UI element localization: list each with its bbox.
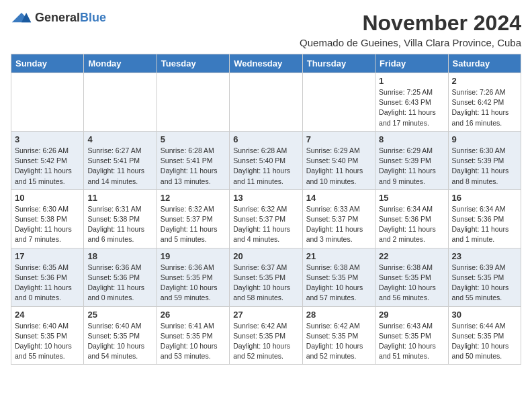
day-info: Sunrise: 6:26 AM Sunset: 5:42 PM Dayligh… <box>15 146 80 187</box>
day-info: Sunrise: 6:37 AM Sunset: 5:35 PM Dayligh… <box>233 263 298 304</box>
day-number: 18 <box>87 251 152 261</box>
day-number: 25 <box>87 310 152 320</box>
day-number: 27 <box>233 310 298 320</box>
calendar-cell: 25Sunrise: 6:40 AM Sunset: 5:35 PM Dayli… <box>84 306 157 365</box>
calendar-cell: 21Sunrise: 6:38 AM Sunset: 5:35 PM Dayli… <box>302 248 375 306</box>
day-info: Sunrise: 6:31 AM Sunset: 5:38 PM Dayligh… <box>87 204 152 245</box>
day-info: Sunrise: 6:32 AM Sunset: 5:37 PM Dayligh… <box>233 204 298 245</box>
day-info: Sunrise: 6:34 AM Sunset: 5:36 PM Dayligh… <box>379 204 444 245</box>
calendar-week-row: 3Sunrise: 6:26 AM Sunset: 5:42 PM Daylig… <box>11 131 521 189</box>
day-number: 13 <box>233 193 298 203</box>
column-header-tuesday: Tuesday <box>157 54 229 73</box>
day-number: 3 <box>15 134 80 144</box>
day-number: 1 <box>379 76 444 86</box>
column-header-monday: Monday <box>84 54 157 73</box>
day-info: Sunrise: 7:25 AM Sunset: 6:43 PM Dayligh… <box>379 87 444 128</box>
calendar-cell <box>157 73 229 132</box>
calendar-cell: 19Sunrise: 6:36 AM Sunset: 5:35 PM Dayli… <box>157 248 229 306</box>
calendar-cell: 28Sunrise: 6:42 AM Sunset: 5:35 PM Dayli… <box>302 306 375 365</box>
calendar-cell: 1Sunrise: 7:25 AM Sunset: 6:43 PM Daylig… <box>375 73 448 132</box>
column-header-thursday: Thursday <box>302 54 375 73</box>
day-number: 2 <box>452 76 517 86</box>
calendar-cell: 30Sunrise: 6:44 AM Sunset: 5:35 PM Dayli… <box>448 306 521 365</box>
day-info: Sunrise: 6:28 AM Sunset: 5:40 PM Dayligh… <box>233 146 298 187</box>
calendar-cell: 11Sunrise: 6:31 AM Sunset: 5:38 PM Dayli… <box>84 189 157 248</box>
title-block: November 2024 Quemado de Gueines, Villa … <box>300 11 521 48</box>
calendar-cell: 17Sunrise: 6:35 AM Sunset: 5:36 PM Dayli… <box>11 248 84 306</box>
day-number: 22 <box>379 251 444 261</box>
calendar-cell <box>302 73 375 132</box>
day-number: 14 <box>306 193 371 203</box>
day-info: Sunrise: 6:40 AM Sunset: 5:35 PM Dayligh… <box>87 321 152 362</box>
calendar-cell <box>84 73 157 132</box>
day-info: Sunrise: 6:35 AM Sunset: 5:36 PM Dayligh… <box>15 263 80 304</box>
day-info: Sunrise: 6:29 AM Sunset: 5:40 PM Dayligh… <box>306 146 371 187</box>
calendar-cell: 5Sunrise: 6:28 AM Sunset: 5:41 PM Daylig… <box>157 131 229 189</box>
day-info: Sunrise: 6:39 AM Sunset: 5:35 PM Dayligh… <box>452 263 517 304</box>
calendar-cell: 14Sunrise: 6:33 AM Sunset: 5:37 PM Dayli… <box>302 189 375 248</box>
day-number: 26 <box>161 310 226 320</box>
day-info: Sunrise: 6:40 AM Sunset: 5:35 PM Dayligh… <box>15 321 80 362</box>
calendar-week-row: 17Sunrise: 6:35 AM Sunset: 5:36 PM Dayli… <box>11 248 521 306</box>
calendar-cell: 8Sunrise: 6:29 AM Sunset: 5:39 PM Daylig… <box>375 131 448 189</box>
calendar-cell <box>230 73 302 132</box>
day-info: Sunrise: 6:33 AM Sunset: 5:37 PM Dayligh… <box>306 204 371 245</box>
day-info: Sunrise: 6:29 AM Sunset: 5:39 PM Dayligh… <box>379 146 444 187</box>
day-info: Sunrise: 6:36 AM Sunset: 5:35 PM Dayligh… <box>161 263 226 304</box>
calendar-cell: 26Sunrise: 6:41 AM Sunset: 5:35 PM Dayli… <box>157 306 229 365</box>
logo-blue: Blue <box>80 11 106 24</box>
calendar-cell: 24Sunrise: 6:40 AM Sunset: 5:35 PM Dayli… <box>11 306 84 365</box>
calendar-cell: 2Sunrise: 7:26 AM Sunset: 6:42 PM Daylig… <box>448 73 521 132</box>
day-number: 20 <box>233 251 298 261</box>
calendar-table: SundayMondayTuesdayWednesdayThursdayFrid… <box>11 54 521 365</box>
calendar-cell: 12Sunrise: 6:32 AM Sunset: 5:37 PM Dayli… <box>157 189 229 248</box>
day-number: 4 <box>87 134 152 144</box>
day-info: Sunrise: 6:36 AM Sunset: 5:36 PM Dayligh… <box>87 263 152 304</box>
day-number: 16 <box>452 193 517 203</box>
day-number: 29 <box>379 310 444 320</box>
day-number: 23 <box>452 251 517 261</box>
calendar-week-row: 10Sunrise: 6:30 AM Sunset: 5:38 PM Dayli… <box>11 189 521 248</box>
day-info: Sunrise: 6:41 AM Sunset: 5:35 PM Dayligh… <box>161 321 226 362</box>
day-number: 6 <box>233 134 298 144</box>
day-number: 5 <box>161 134 226 144</box>
day-info: Sunrise: 6:38 AM Sunset: 5:35 PM Dayligh… <box>379 263 444 304</box>
column-header-saturday: Saturday <box>448 54 521 73</box>
calendar-cell: 3Sunrise: 6:26 AM Sunset: 5:42 PM Daylig… <box>11 131 84 189</box>
day-info: Sunrise: 6:30 AM Sunset: 5:38 PM Dayligh… <box>15 204 80 245</box>
calendar-cell: 29Sunrise: 6:43 AM Sunset: 5:35 PM Dayli… <box>375 306 448 365</box>
day-number: 15 <box>379 193 444 203</box>
column-header-friday: Friday <box>375 54 448 73</box>
day-number: 24 <box>15 310 80 320</box>
calendar-cell: 22Sunrise: 6:38 AM Sunset: 5:35 PM Dayli… <box>375 248 448 306</box>
day-number: 12 <box>161 193 226 203</box>
month-title: November 2024 <box>300 11 521 36</box>
day-number: 7 <box>306 134 371 144</box>
column-header-sunday: Sunday <box>11 54 84 73</box>
calendar-cell: 20Sunrise: 6:37 AM Sunset: 5:35 PM Dayli… <box>230 248 302 306</box>
day-number: 19 <box>161 251 226 261</box>
calendar-cell: 23Sunrise: 6:39 AM Sunset: 5:35 PM Dayli… <box>448 248 521 306</box>
logo: GeneralBlue <box>11 11 106 25</box>
day-info: Sunrise: 7:26 AM Sunset: 6:42 PM Dayligh… <box>452 87 517 128</box>
calendar-cell: 18Sunrise: 6:36 AM Sunset: 5:36 PM Dayli… <box>84 248 157 306</box>
day-number: 9 <box>452 134 517 144</box>
calendar-cell: 7Sunrise: 6:29 AM Sunset: 5:40 PM Daylig… <box>302 131 375 189</box>
day-number: 17 <box>15 251 80 261</box>
calendar-cell: 4Sunrise: 6:27 AM Sunset: 5:41 PM Daylig… <box>84 131 157 189</box>
day-info: Sunrise: 6:34 AM Sunset: 5:36 PM Dayligh… <box>452 204 517 245</box>
logo-general: General <box>35 11 80 24</box>
day-info: Sunrise: 6:42 AM Sunset: 5:35 PM Dayligh… <box>306 321 371 362</box>
calendar-header-row: SundayMondayTuesdayWednesdayThursdayFrid… <box>11 54 521 73</box>
calendar-cell <box>11 73 84 132</box>
calendar-cell: 13Sunrise: 6:32 AM Sunset: 5:37 PM Dayli… <box>230 189 302 248</box>
day-number: 21 <box>306 251 371 261</box>
day-number: 28 <box>306 310 371 320</box>
day-number: 10 <box>15 193 80 203</box>
day-info: Sunrise: 6:42 AM Sunset: 5:35 PM Dayligh… <box>233 321 298 362</box>
calendar-cell: 16Sunrise: 6:34 AM Sunset: 5:36 PM Dayli… <box>448 189 521 248</box>
day-number: 8 <box>379 134 444 144</box>
location-subtitle: Quemado de Gueines, Villa Clara Province… <box>300 37 521 48</box>
day-number: 11 <box>87 193 152 203</box>
day-info: Sunrise: 6:28 AM Sunset: 5:41 PM Dayligh… <box>161 146 226 187</box>
